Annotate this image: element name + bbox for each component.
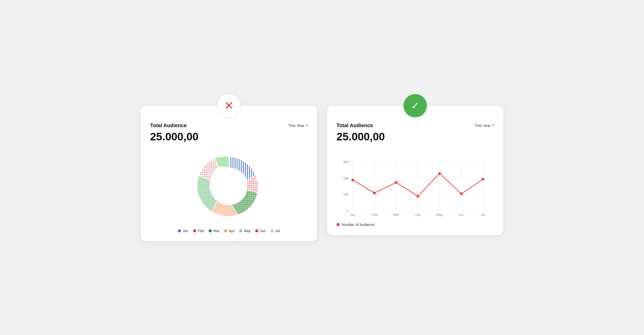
- legend-dot-mar: [209, 229, 212, 232]
- x-label-apr: Apr: [415, 212, 421, 216]
- data-point-may: [438, 172, 441, 174]
- line-legend-label: Number of Audience: [342, 223, 375, 227]
- bad-year-selector[interactable]: This Year ▾: [288, 123, 308, 128]
- line-legend-dot: [336, 223, 340, 226]
- line-chart-legend: Number of Audience: [336, 223, 494, 227]
- data-point-jan: [352, 179, 354, 181]
- bad-year-label: This Year: [288, 123, 304, 128]
- legend-feb: Feb: [193, 229, 204, 233]
- legend-mar: Mar: [209, 229, 219, 233]
- legend-dot-may: [239, 229, 242, 232]
- x-label-jun: Jun: [458, 212, 464, 216]
- bad-big-number: 25.000,00: [150, 131, 308, 143]
- good-card-title: Total Audience: [336, 123, 373, 128]
- y-label-30k: 30k: [343, 160, 349, 164]
- legend-jan: Jan: [178, 229, 188, 233]
- bad-card: Total Audience This Year ▾ 25.000,00: [141, 106, 317, 241]
- legend-label-jul: Jul: [275, 229, 280, 233]
- legend-label-feb: Feb: [198, 229, 204, 233]
- y-label-10k: 10k: [343, 193, 349, 196]
- x-label-may: May: [436, 212, 443, 216]
- data-point-mar: [395, 181, 397, 184]
- good-panel: ✓ Total Audience This Year ▾ 25.000,00: [327, 94, 503, 241]
- x-label-jan: Jan: [350, 212, 356, 216]
- main-container: ✕ Total Audience This Year ▾ 25.000,00: [141, 94, 503, 241]
- good-card: Total Audience This Year ▾ 25.000,00: [327, 106, 503, 235]
- bad-badge: ✕: [217, 94, 240, 117]
- good-chevron-icon: ▾: [492, 124, 494, 127]
- legend-dot-feb: [193, 229, 196, 232]
- legend-jun: Jun: [255, 229, 266, 233]
- legend-label-mar: Mar: [213, 229, 219, 233]
- x-label-feb: Feb: [371, 212, 377, 216]
- donut-legend: Jan Feb Mar Apr: [178, 229, 280, 233]
- legend-dot-apr: [224, 229, 227, 232]
- legend-may: May: [239, 229, 251, 233]
- good-badge: ✓: [404, 94, 427, 117]
- good-big-number: 25.000,00: [336, 131, 494, 143]
- legend-dot-jul: [270, 229, 274, 232]
- line-chart-wrapper: 0 10k 20k 30k Jan Feb Mar Apr May Jun Ju…: [336, 150, 494, 227]
- legend-apr: Apr: [224, 229, 235, 233]
- legend-label-apr: Apr: [229, 229, 235, 233]
- data-point-jun: [460, 192, 463, 195]
- legend-jul: Jul: [270, 229, 280, 233]
- y-label-20k: 20k: [343, 176, 349, 180]
- line-chart: 0 10k 20k 30k Jan Feb Mar Apr May Jun Ju…: [336, 150, 494, 217]
- donut-chart-wrapper: Jan Feb Mar Apr: [150, 150, 308, 233]
- legend-label-jan: Jan: [182, 229, 188, 233]
- legend-label-may: May: [244, 229, 251, 233]
- donut-chart: [193, 150, 265, 223]
- bad-panel: ✕ Total Audience This Year ▾ 25.000,00: [141, 94, 317, 241]
- good-card-header: Total Audience This Year ▾: [336, 123, 494, 128]
- donut-hole: [210, 168, 247, 205]
- good-year-selector[interactable]: This Year ▾: [474, 123, 494, 128]
- data-point-apr: [416, 195, 419, 197]
- data-point-feb: [373, 192, 376, 194]
- bad-card-header: Total Audience This Year ▾: [150, 123, 308, 128]
- legend-label-jun: Jun: [260, 229, 266, 233]
- x-label-jul: Jul: [481, 212, 485, 216]
- x-label-mar: Mar: [393, 212, 399, 216]
- bad-card-title: Total Audience: [150, 123, 187, 128]
- legend-dot-jun: [255, 229, 258, 232]
- legend-dot-jan: [178, 229, 181, 232]
- good-year-label: This Year: [474, 123, 491, 128]
- y-label-0: 0: [347, 209, 349, 213]
- data-point-jul: [482, 178, 484, 180]
- bad-chevron-icon: ▾: [306, 124, 308, 127]
